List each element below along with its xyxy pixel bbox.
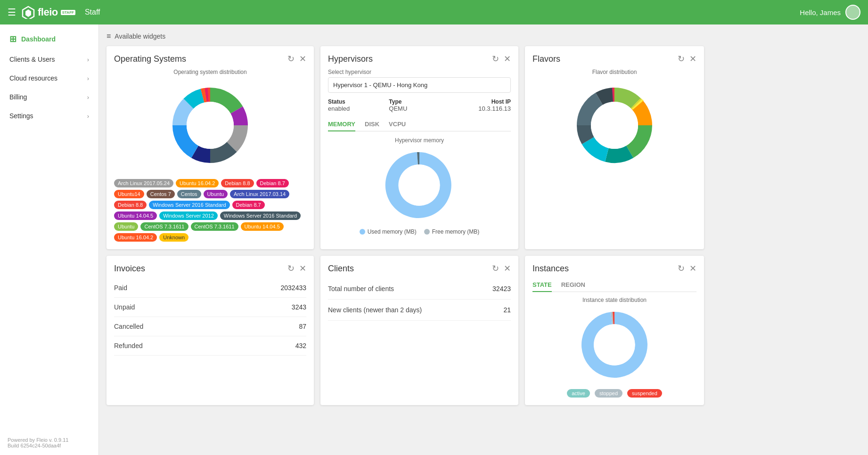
sidebar-item-dashboard[interactable]: ⊞ Dashboard: [0, 28, 98, 50]
os-tag[interactable]: Ubuntu 16.04.2: [114, 233, 157, 242]
invoice-cancelled-label: Cancelled: [114, 323, 143, 330]
invoices-widget: Invoices ↻ ✕ Paid 2032433 Unpaid 3243 Ca…: [106, 256, 314, 405]
refresh-icon[interactable]: ↻: [287, 54, 295, 64]
flavors-actions: ↻ ✕: [678, 54, 696, 64]
os-tag[interactable]: Arch Linux 2017.05.24: [114, 179, 173, 187]
os-tag[interactable]: Debian 8.8: [114, 201, 147, 209]
sidebar-item-settings[interactable]: Settings ›: [0, 106, 98, 125]
invoices-title: Invoices: [114, 264, 287, 274]
os-tag[interactable]: Debian 8.8: [221, 179, 254, 187]
free-memory-label: Free memory (MB): [432, 228, 480, 235]
hypervisor-tabs: MEMORY DISK VCPU: [328, 118, 511, 131]
tab-vcpu[interactable]: VCPU: [389, 118, 406, 131]
memory-legend: Used memory (MB) Free memory (MB): [328, 228, 511, 235]
instances-actions: ↻ ✕: [678, 263, 696, 274]
chevron-right-icon: ›: [87, 94, 89, 101]
legend-stopped: stopped: [595, 389, 622, 398]
clients-total-row: Total number of clients 32423: [328, 278, 511, 300]
os-tag[interactable]: Arch Linux 2017.03.14: [230, 190, 289, 198]
invoice-paid-label: Paid: [114, 284, 127, 292]
svg-point-3: [399, 164, 440, 206]
free-memory-dot: [424, 229, 430, 235]
clients-header: Clients ↻ ✕: [328, 263, 511, 274]
hyp-type-value: QEMU: [389, 105, 450, 112]
filter-icon: ≡: [106, 32, 111, 41]
hypervisors-title: Hypervisors: [328, 54, 492, 64]
invoice-unpaid-label: Unpaid: [114, 303, 135, 311]
flavor-chart-title: Flavor distribution: [532, 69, 696, 75]
flavor-donut-chart: [567, 78, 662, 172]
main-content: ≡ Available widgets Operating Systems ↻ …: [99, 24, 868, 455]
hyp-status-col: Status enabled: [328, 98, 389, 112]
sidebar-item-cloud[interactable]: Cloud resources ›: [0, 69, 98, 88]
chevron-right-icon: ›: [87, 56, 89, 63]
os-tag[interactable]: Ubuntu 14.04.5: [114, 211, 157, 220]
os-tag[interactable]: Ubuntu: [204, 190, 228, 198]
avatar[interactable]: [845, 5, 860, 20]
hyp-ip-label: Host IP: [450, 98, 511, 105]
instance-chart-label: Instance state distribution: [532, 297, 696, 303]
close-icon[interactable]: ✕: [299, 263, 306, 274]
os-tag[interactable]: Unknown: [159, 233, 188, 242]
clients-new-row: New clients (newer than 2 days) 21: [328, 300, 511, 321]
widgets-grid: Operating Systems ↻ ✕ Operating system d…: [106, 46, 860, 405]
instances-chart-container: [532, 307, 696, 384]
instances-donut-chart: [572, 307, 657, 382]
os-tags: Arch Linux 2017.05.24 Ubuntu 16.04.2 Deb…: [114, 179, 306, 242]
sidebar: ⊞ Dashboard Clients & Users › Cloud reso…: [0, 24, 99, 455]
os-tag[interactable]: Windows Server 2016 Standard: [149, 201, 229, 209]
grid-icon: ⊞: [9, 34, 16, 44]
greeting-text: Hello, James: [800, 8, 841, 16]
os-tag[interactable]: Debian 8.7: [256, 179, 289, 187]
topnav: ☰ fleio STAFF Staff Hello, James: [0, 0, 868, 24]
hypervisor-select[interactable]: Hypervisor 1 - QEMU - Hong Kong: [328, 77, 511, 93]
sidebar-item-label: Billing: [9, 93, 27, 101]
os-tag[interactable]: Ubuntu 16.04.2: [176, 179, 219, 187]
sidebar-item-clients[interactable]: Clients & Users ›: [0, 50, 98, 69]
invoice-row-unpaid: Unpaid 3243: [114, 298, 306, 317]
close-icon[interactable]: ✕: [689, 54, 696, 64]
os-chart-title: Operating system distribution: [114, 69, 306, 75]
chevron-right-icon: ›: [87, 113, 89, 120]
close-icon[interactable]: ✕: [299, 54, 306, 64]
tab-state[interactable]: STATE: [532, 278, 552, 292]
os-tag[interactable]: Centos 7: [147, 190, 175, 198]
refresh-icon[interactable]: ↻: [287, 263, 295, 274]
svg-point-2: [187, 102, 234, 149]
refresh-icon[interactable]: ↻: [678, 263, 685, 274]
tab-region[interactable]: REGION: [561, 278, 585, 292]
refresh-icon[interactable]: ↻: [492, 263, 499, 274]
os-tag[interactable]: CentOS 7.3.1611: [191, 222, 238, 231]
svg-point-5: [594, 324, 635, 366]
memory-donut-chart: [377, 147, 462, 223]
os-tag[interactable]: Windows Server 2012: [159, 211, 218, 220]
os-tag[interactable]: Ubuntu 14.04.5: [241, 222, 284, 231]
os-chart-area: Operating system distribution: [114, 69, 306, 174]
hamburger-icon[interactable]: ☰: [8, 7, 16, 18]
layout: ⊞ Dashboard Clients & Users › Cloud reso…: [0, 24, 868, 455]
sidebar-item-billing[interactable]: Billing ›: [0, 88, 98, 106]
tab-disk[interactable]: DISK: [365, 118, 379, 131]
close-icon[interactable]: ✕: [504, 263, 511, 274]
os-tag[interactable]: Centos: [177, 190, 201, 198]
clients-new-value: 21: [503, 306, 511, 314]
os-tag[interactable]: Ubuntu14: [114, 190, 144, 198]
invoice-paid-value: 2032433: [280, 284, 306, 292]
os-tag[interactable]: CentOS 7.3.1611: [140, 222, 188, 231]
clients-widget: Clients ↻ ✕ Total number of clients 3242…: [320, 256, 518, 405]
os-tag[interactable]: Ubuntu: [114, 222, 138, 231]
hyp-type-col: Type QEMU: [389, 98, 450, 112]
os-tag[interactable]: Debian 8.7: [232, 201, 265, 209]
os-widget-header: Operating Systems ↻ ✕: [114, 54, 306, 64]
refresh-icon[interactable]: ↻: [492, 54, 499, 64]
available-widgets-bar: ≡ Available widgets: [106, 32, 860, 41]
hyp-ip-col: Host IP 10.3.116.13: [450, 98, 511, 112]
close-icon[interactable]: ✕: [504, 54, 511, 64]
os-tag[interactable]: Windows Server 2016 Standard: [220, 211, 301, 220]
tab-memory[interactable]: MEMORY: [328, 118, 355, 131]
refresh-icon[interactable]: ↻: [678, 54, 685, 64]
legend-suspended: suspended: [627, 389, 662, 398]
sidebar-item-label: Cloud resources: [9, 74, 57, 82]
close-icon[interactable]: ✕: [689, 263, 696, 274]
memory-chart-container: [328, 147, 511, 225]
